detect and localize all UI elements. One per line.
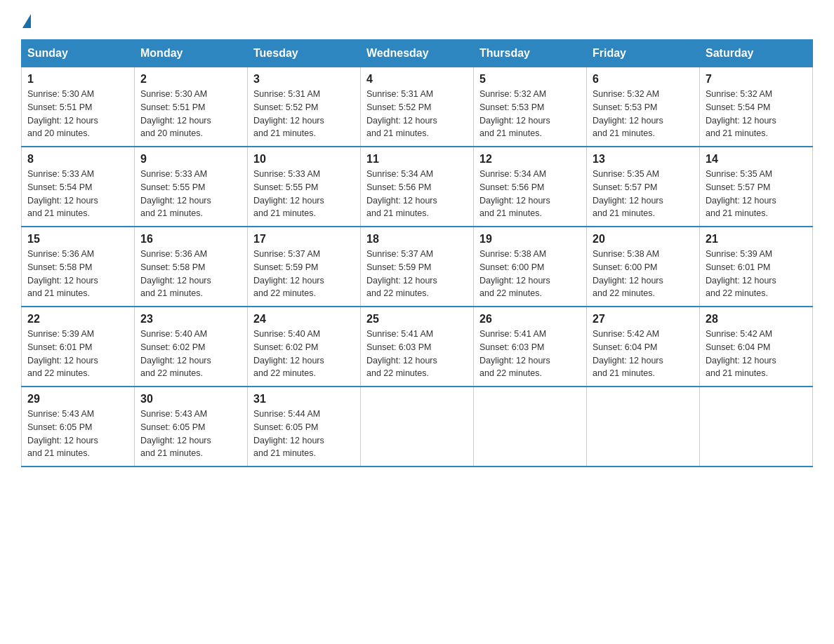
calendar-week-row: 22Sunrise: 5:39 AMSunset: 6:01 PMDayligh…: [22, 307, 813, 387]
day-info: Sunrise: 5:38 AMSunset: 6:00 PMDaylight:…: [479, 248, 581, 300]
day-info: Sunrise: 5:32 AMSunset: 5:54 PMDaylight:…: [706, 88, 807, 140]
day-number: 12: [479, 153, 581, 166]
day-info: Sunrise: 5:44 AMSunset: 6:05 PMDaylight:…: [253, 408, 355, 460]
day-number: 6: [593, 73, 694, 86]
calendar-day-cell: 19Sunrise: 5:38 AMSunset: 6:00 PMDayligh…: [474, 227, 587, 307]
day-info: Sunrise: 5:41 AMSunset: 6:03 PMDaylight:…: [366, 328, 468, 380]
calendar-day-cell: 31Sunrise: 5:44 AMSunset: 6:05 PMDayligh…: [248, 387, 361, 467]
day-info: Sunrise: 5:31 AMSunset: 5:52 PMDaylight:…: [253, 88, 355, 140]
calendar-body: 1Sunrise: 5:30 AMSunset: 5:51 PMDaylight…: [22, 67, 813, 467]
day-number: 16: [140, 233, 241, 246]
header-monday: Monday: [135, 40, 248, 67]
day-number: 21: [706, 233, 807, 246]
header-saturday: Saturday: [700, 40, 813, 67]
day-info: Sunrise: 5:42 AMSunset: 6:04 PMDaylight:…: [593, 328, 694, 380]
calendar-day-cell: 13Sunrise: 5:35 AMSunset: 5:57 PMDayligh…: [587, 147, 700, 227]
day-info: Sunrise: 5:31 AMSunset: 5:52 PMDaylight:…: [366, 88, 468, 140]
calendar-day-cell: 20Sunrise: 5:38 AMSunset: 6:00 PMDayligh…: [587, 227, 700, 307]
logo-triangle-icon: [22, 14, 31, 28]
day-info: Sunrise: 5:35 AMSunset: 5:57 PMDaylight:…: [593, 168, 694, 220]
day-info: Sunrise: 5:32 AMSunset: 5:53 PMDaylight:…: [479, 88, 581, 140]
header-thursday: Thursday: [474, 40, 587, 67]
day-info: Sunrise: 5:38 AMSunset: 6:00 PMDaylight:…: [593, 248, 694, 300]
calendar-day-cell: 21Sunrise: 5:39 AMSunset: 6:01 PMDayligh…: [700, 227, 813, 307]
calendar-day-cell: 18Sunrise: 5:37 AMSunset: 5:59 PMDayligh…: [361, 227, 474, 307]
header-row: SundayMondayTuesdayWednesdayThursdayFrid…: [22, 40, 813, 67]
calendar-day-cell: 30Sunrise: 5:43 AMSunset: 6:05 PMDayligh…: [135, 387, 248, 467]
calendar-day-cell: 10Sunrise: 5:33 AMSunset: 5:55 PMDayligh…: [248, 147, 361, 227]
day-info: Sunrise: 5:39 AMSunset: 6:01 PMDaylight:…: [27, 328, 128, 380]
calendar-day-cell: 7Sunrise: 5:32 AMSunset: 5:54 PMDaylight…: [700, 67, 813, 147]
calendar-day-cell: 23Sunrise: 5:40 AMSunset: 6:02 PMDayligh…: [135, 307, 248, 387]
day-number: 9: [140, 153, 241, 166]
day-number: 7: [706, 73, 807, 86]
calendar-day-cell: 1Sunrise: 5:30 AMSunset: 5:51 PMDaylight…: [22, 67, 135, 147]
day-number: 26: [479, 313, 581, 326]
day-info: Sunrise: 5:39 AMSunset: 6:01 PMDaylight:…: [706, 248, 807, 300]
day-info: Sunrise: 5:43 AMSunset: 6:05 PMDaylight:…: [27, 408, 128, 460]
day-number: 25: [366, 313, 468, 326]
day-number: 13: [593, 153, 694, 166]
calendar-day-cell: 6Sunrise: 5:32 AMSunset: 5:53 PMDaylight…: [587, 67, 700, 147]
day-number: 3: [253, 73, 355, 86]
day-info: Sunrise: 5:32 AMSunset: 5:53 PMDaylight:…: [593, 88, 694, 140]
calendar-week-row: 8Sunrise: 5:33 AMSunset: 5:54 PMDaylight…: [22, 147, 813, 227]
day-info: Sunrise: 5:36 AMSunset: 5:58 PMDaylight:…: [27, 248, 128, 300]
header-friday: Friday: [587, 40, 700, 67]
calendar-day-cell: 17Sunrise: 5:37 AMSunset: 5:59 PMDayligh…: [248, 227, 361, 307]
calendar-day-cell: 14Sunrise: 5:35 AMSunset: 5:57 PMDayligh…: [700, 147, 813, 227]
calendar-day-cell: 11Sunrise: 5:34 AMSunset: 5:56 PMDayligh…: [361, 147, 474, 227]
logo: [21, 14, 32, 25]
day-number: 24: [253, 313, 355, 326]
header-sunday: Sunday: [22, 40, 135, 67]
calendar-day-cell: 8Sunrise: 5:33 AMSunset: 5:54 PMDaylight…: [22, 147, 135, 227]
day-number: 15: [27, 233, 128, 246]
day-number: 14: [706, 153, 807, 166]
day-number: 29: [27, 393, 128, 405]
day-info: Sunrise: 5:40 AMSunset: 6:02 PMDaylight:…: [253, 328, 355, 380]
calendar-week-row: 15Sunrise: 5:36 AMSunset: 5:58 PMDayligh…: [22, 227, 813, 307]
calendar-day-cell: [700, 387, 813, 467]
day-info: Sunrise: 5:37 AMSunset: 5:59 PMDaylight:…: [253, 248, 355, 300]
day-number: 30: [140, 393, 241, 405]
day-number: 8: [27, 153, 128, 166]
day-info: Sunrise: 5:40 AMSunset: 6:02 PMDaylight:…: [140, 328, 241, 380]
day-number: 18: [366, 233, 468, 246]
day-number: 19: [479, 233, 581, 246]
calendar-day-cell: [474, 387, 587, 467]
calendar-day-cell: 3Sunrise: 5:31 AMSunset: 5:52 PMDaylight…: [248, 67, 361, 147]
calendar-day-cell: 15Sunrise: 5:36 AMSunset: 5:58 PMDayligh…: [22, 227, 135, 307]
day-number: 2: [140, 73, 241, 86]
calendar-day-cell: 16Sunrise: 5:36 AMSunset: 5:58 PMDayligh…: [135, 227, 248, 307]
day-info: Sunrise: 5:37 AMSunset: 5:59 PMDaylight:…: [366, 248, 468, 300]
day-number: 27: [593, 313, 694, 326]
day-info: Sunrise: 5:41 AMSunset: 6:03 PMDaylight:…: [479, 328, 581, 380]
calendar-day-cell: 5Sunrise: 5:32 AMSunset: 5:53 PMDaylight…: [474, 67, 587, 147]
calendar-day-cell: 9Sunrise: 5:33 AMSunset: 5:55 PMDaylight…: [135, 147, 248, 227]
calendar-week-row: 1Sunrise: 5:30 AMSunset: 5:51 PMDaylight…: [22, 67, 813, 147]
day-number: 5: [479, 73, 581, 86]
day-info: Sunrise: 5:35 AMSunset: 5:57 PMDaylight:…: [706, 168, 807, 220]
page-header: [21, 14, 813, 25]
calendar-day-cell: [361, 387, 474, 467]
day-number: 28: [706, 313, 807, 326]
calendar-day-cell: 12Sunrise: 5:34 AMSunset: 5:56 PMDayligh…: [474, 147, 587, 227]
day-info: Sunrise: 5:43 AMSunset: 6:05 PMDaylight:…: [140, 408, 241, 460]
day-info: Sunrise: 5:33 AMSunset: 5:54 PMDaylight:…: [27, 168, 128, 220]
calendar-day-cell: 24Sunrise: 5:40 AMSunset: 6:02 PMDayligh…: [248, 307, 361, 387]
calendar-day-cell: 26Sunrise: 5:41 AMSunset: 6:03 PMDayligh…: [474, 307, 587, 387]
day-info: Sunrise: 5:36 AMSunset: 5:58 PMDaylight:…: [140, 248, 241, 300]
header-tuesday: Tuesday: [248, 40, 361, 67]
calendar-day-cell: 29Sunrise: 5:43 AMSunset: 6:05 PMDayligh…: [22, 387, 135, 467]
day-number: 31: [253, 393, 355, 405]
calendar-header: SundayMondayTuesdayWednesdayThursdayFrid…: [22, 40, 813, 67]
day-number: 17: [253, 233, 355, 246]
day-number: 4: [366, 73, 468, 86]
calendar-day-cell: 27Sunrise: 5:42 AMSunset: 6:04 PMDayligh…: [587, 307, 700, 387]
calendar-day-cell: 28Sunrise: 5:42 AMSunset: 6:04 PMDayligh…: [700, 307, 813, 387]
day-info: Sunrise: 5:42 AMSunset: 6:04 PMDaylight:…: [706, 328, 807, 380]
day-info: Sunrise: 5:33 AMSunset: 5:55 PMDaylight:…: [140, 168, 241, 220]
day-number: 23: [140, 313, 241, 326]
calendar-day-cell: 25Sunrise: 5:41 AMSunset: 6:03 PMDayligh…: [361, 307, 474, 387]
day-number: 1: [27, 73, 128, 86]
